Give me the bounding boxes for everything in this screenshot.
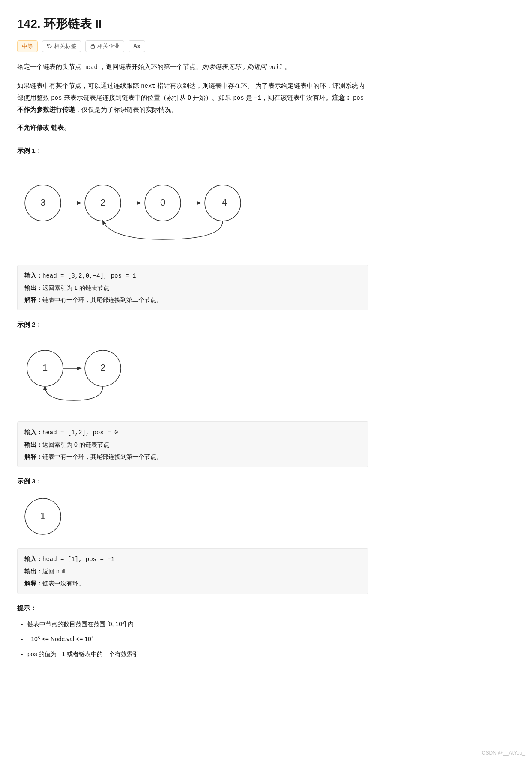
example3-title: 示例 3： [17, 476, 368, 487]
diagram1-svg: 3 2 0 -4 [17, 160, 266, 254]
hint-item: pos 的值为 −1 或者链表中的一个有效索引 [27, 648, 368, 661]
diagram2-svg: 1 2 [17, 334, 129, 411]
tags-row: 中等 相关标签 相关企业 Ax [17, 40, 368, 52]
svg-rect-1 [91, 46, 94, 49]
svg-text:2: 2 [100, 362, 105, 373]
diagram3-svg: 1 [17, 491, 73, 538]
example1-io: 输入：head = [3,2,0,−4], pos = 1 输出：返回索引为 1… [17, 265, 368, 310]
svg-text:1: 1 [40, 510, 45, 521]
example2-section: 示例 2： 1 2 输入：head = [1,2], pos = 0 输出：返回… [17, 319, 368, 467]
example1-diagram: 3 2 0 -4 [17, 160, 368, 258]
font-size-badge[interactable]: Ax [129, 40, 145, 52]
example3-io: 输入：head = [1], pos = −1 输出：返回 null 解释：链表… [17, 548, 368, 594]
hints-section: 提示： 链表中节点的数目范围在范围 [0, 10⁴] 内 −10⁵ <= Nod… [17, 603, 368, 661]
svg-text:1: 1 [42, 362, 48, 373]
description-line2: 如果链表中有某个节点，可以通过连续跟踪 next 指针再次到达，则链表中存在环。… [17, 80, 368, 115]
svg-text:2: 2 [100, 197, 105, 208]
lock-icon [90, 43, 96, 49]
page-title: 142. 环形链表 II [17, 14, 368, 34]
difficulty-badge[interactable]: 中等 [17, 40, 38, 52]
svg-text:-4: -4 [218, 197, 227, 208]
hint-item: 链表中节点的数目范围在范围 [0, 10⁴] 内 [27, 618, 368, 631]
example2-io: 输入：head = [1,2], pos = 0 输出：返回索引为 0 的链表节… [17, 421, 368, 467]
hints-list: 链表中节点的数目范围在范围 [0, 10⁴] 内 −10⁵ <= Node.va… [17, 618, 368, 660]
no-modify-text: 不允许修改 链表。 [17, 122, 368, 133]
svg-text:0: 0 [160, 197, 165, 208]
example1-title: 示例 1： [17, 145, 368, 156]
example3-diagram: 1 [17, 491, 368, 541]
hints-title: 提示： [17, 603, 368, 614]
svg-text:3: 3 [40, 197, 45, 208]
head-code: head [83, 64, 98, 71]
hint-item: −10⁵ <= Node.val <= 10⁵ [27, 633, 368, 646]
example2-title: 示例 2： [17, 319, 368, 330]
related-tags-badge[interactable]: 相关标签 [42, 40, 81, 52]
example3-section: 示例 3： 1 输入：head = [1], pos = −1 输出：返回 nu… [17, 476, 368, 594]
svg-point-0 [48, 45, 49, 45]
example2-diagram: 1 2 [17, 334, 368, 415]
tag-icon [47, 43, 52, 49]
description-line1: 给定一个链表的头节点 head ，返回链表开始入环的第一个节点。如果链表无环，则… [17, 61, 368, 73]
example1-section: 示例 1： 3 2 0 -4 [17, 145, 368, 310]
related-companies-badge[interactable]: 相关企业 [85, 40, 124, 52]
